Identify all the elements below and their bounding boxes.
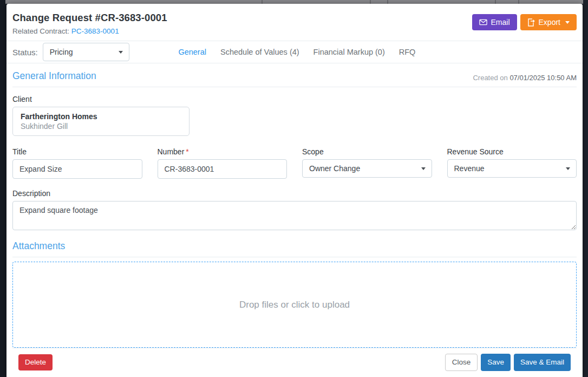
description-textarea[interactable]: Expand square footage bbox=[12, 201, 577, 230]
background-table-header-strip bbox=[5, 0, 588, 4]
dropzone-text: Drop files or click to upload bbox=[239, 300, 350, 310]
caret-down-icon bbox=[421, 167, 426, 170]
caret-down-icon bbox=[565, 21, 570, 24]
caret-down-icon bbox=[566, 167, 570, 170]
client-contact: Sukhinder Gill bbox=[21, 122, 181, 131]
export-button-label: Export bbox=[539, 18, 560, 27]
created-on-value: 07/01/2025 10:50 AM bbox=[509, 74, 577, 82]
client-company: Fartherington Homes bbox=[21, 112, 181, 121]
revenue-source-label: Revenue Source bbox=[447, 147, 577, 156]
email-button-label: Email bbox=[491, 18, 510, 27]
section-title-attachments: Attachments bbox=[12, 240, 65, 252]
tab-bar: General Schedule of Values (4) Financial… bbox=[178, 48, 415, 56]
title-field[interactable] bbox=[12, 159, 142, 179]
required-asterisk: * bbox=[186, 147, 188, 156]
email-button[interactable]: Email bbox=[472, 14, 517, 30]
client-card[interactable]: Fartherington Homes Sukhinder Gill bbox=[12, 107, 190, 136]
number-field[interactable] bbox=[158, 159, 288, 179]
related-contract-label: Related Contract: bbox=[12, 27, 69, 35]
number-label: Number bbox=[158, 147, 185, 156]
created-on-label: Created on bbox=[473, 74, 507, 82]
file-export-icon bbox=[527, 18, 535, 27]
save-button[interactable]: Save bbox=[481, 354, 511, 371]
description-label: Description bbox=[12, 189, 577, 198]
tab-general[interactable]: General bbox=[178, 48, 206, 56]
page-title: Change Request #CR-3683-0001 bbox=[12, 12, 167, 24]
status-label: Status: bbox=[12, 48, 38, 57]
envelope-icon bbox=[479, 19, 487, 25]
save-email-button[interactable]: Save & Email bbox=[514, 354, 571, 371]
caret-down-icon bbox=[119, 51, 123, 54]
scope-select-value: Owner Change bbox=[309, 164, 360, 173]
scope-select[interactable]: Owner Change bbox=[302, 159, 432, 178]
status-bar: Status: Pricing General Schedule of Valu… bbox=[6, 41, 583, 63]
tab-schedule-of-values[interactable]: Schedule of Values (4) bbox=[220, 48, 299, 56]
revenue-source-select[interactable]: Revenue bbox=[447, 159, 577, 178]
modal-body: General Information Created on 07/01/202… bbox=[6, 63, 583, 377]
upload-dropzone[interactable]: Drop files or click to upload bbox=[12, 262, 577, 348]
revenue-source-select-value: Revenue bbox=[454, 164, 485, 173]
status-select[interactable]: Pricing bbox=[43, 43, 129, 61]
title-label: Title bbox=[12, 147, 142, 156]
delete-button[interactable]: Delete bbox=[18, 354, 53, 370]
change-request-modal: Change Request #CR-3683-0001 Related Con… bbox=[6, 4, 583, 377]
modal-header: Change Request #CR-3683-0001 Related Con… bbox=[6, 4, 583, 41]
status-select-value: Pricing bbox=[50, 48, 73, 56]
tab-financial-markup[interactable]: Financial Markup (0) bbox=[313, 48, 385, 56]
client-label: Client bbox=[12, 95, 577, 103]
section-title-general-information: General Information bbox=[12, 70, 96, 82]
modal-footer: Delete Close Save Save & Email bbox=[12, 348, 577, 377]
background-page-strip bbox=[583, 0, 588, 377]
close-button[interactable]: Close bbox=[445, 354, 478, 371]
scope-label: Scope bbox=[302, 147, 432, 156]
tab-rfq[interactable]: RFQ bbox=[399, 48, 416, 56]
export-button[interactable]: Export bbox=[520, 14, 577, 30]
related-contract-link[interactable]: PC-3683-0001 bbox=[71, 27, 119, 35]
